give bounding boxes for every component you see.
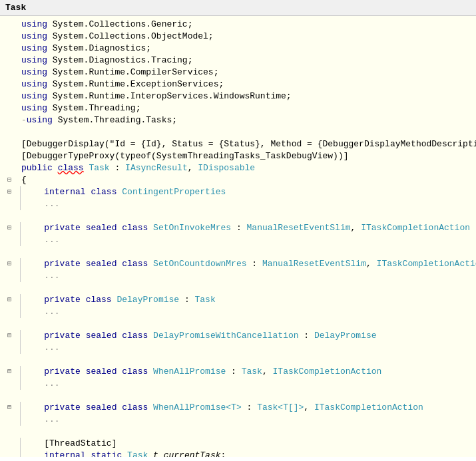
line-gutter: ⊞ bbox=[0, 402, 19, 414]
token: private bbox=[44, 259, 81, 269]
line-content: [ThreadStatic] bbox=[20, 438, 476, 450]
line-gutter: ⊞ bbox=[0, 330, 19, 342]
token: { bbox=[21, 175, 27, 185]
line-gutter: ⊟ bbox=[0, 174, 19, 186]
code-line bbox=[0, 390, 476, 402]
token: ... bbox=[44, 271, 59, 281]
token: ... bbox=[44, 379, 59, 388]
token bbox=[81, 223, 86, 233]
line-content: using System.Diagnostics.Tracing; bbox=[19, 55, 476, 67]
token: System.Runtime.ExceptionServices; bbox=[47, 79, 224, 89]
expand-button[interactable]: ⊞ bbox=[5, 330, 14, 342]
line-gutter: ⊞ bbox=[0, 366, 19, 378]
code-line bbox=[0, 426, 476, 438]
line-gutter: ⊞ bbox=[0, 294, 19, 306]
token: private bbox=[44, 295, 81, 305]
token bbox=[148, 402, 153, 412]
code-line: ⊞ private class DelayPromise : Task bbox=[0, 294, 476, 306]
expand-button[interactable]: ⊞ bbox=[5, 222, 14, 234]
code-line: ... bbox=[0, 306, 476, 318]
code-line: ⊟{ bbox=[0, 174, 476, 186]
token: ... bbox=[44, 199, 59, 209]
line-content: ... bbox=[20, 198, 476, 210]
code-line: internal static Task t_currentTask; bbox=[0, 450, 476, 457]
token bbox=[81, 402, 86, 412]
line-content: ... bbox=[20, 306, 476, 318]
code-line: ⊞ private sealed class SetOnInvokeMres :… bbox=[0, 222, 476, 234]
token: sealed bbox=[86, 402, 117, 412]
code-line: ... bbox=[0, 414, 476, 426]
token: internal bbox=[44, 450, 85, 457]
code-line: ... bbox=[0, 342, 476, 354]
line-content: internal class ContingentProperties bbox=[20, 186, 476, 198]
code-line: ⊞ private sealed class WhenAllPromise : … bbox=[0, 366, 476, 378]
token: class bbox=[58, 163, 84, 173]
token: private bbox=[44, 223, 81, 233]
token: private bbox=[44, 402, 81, 412]
line-content: using System.Diagnostics; bbox=[19, 43, 476, 55]
line-content: private class DelayPromise : Task bbox=[20, 294, 476, 306]
token: ; bbox=[221, 450, 226, 457]
token: class bbox=[122, 402, 148, 412]
line-content: [DebuggerDisplay("Id = {Id}, Status = {S… bbox=[19, 138, 476, 150]
collapse-button[interactable]: ⊟ bbox=[5, 174, 14, 186]
token: : bbox=[247, 259, 262, 269]
code-line: ⊞ private sealed class SetOnCountdownMre… bbox=[0, 258, 476, 270]
token: System.Collections.ObjectModel; bbox=[47, 31, 214, 41]
line-content: private sealed class DelayPromiseWithCan… bbox=[20, 330, 476, 342]
expand-button[interactable]: ⊞ bbox=[5, 294, 14, 306]
token: Task bbox=[127, 450, 148, 457]
token: , bbox=[366, 259, 377, 269]
code-line: ... bbox=[0, 234, 476, 246]
expand-button[interactable]: ⊞ bbox=[5, 258, 14, 270]
token: [DebuggerDisplay("Id = {Id}, Status = {S… bbox=[21, 139, 476, 149]
expand-button[interactable]: ⊞ bbox=[5, 366, 14, 378]
token: class bbox=[91, 187, 117, 197]
token: SetOnInvokeMres bbox=[153, 223, 231, 233]
tab-label[interactable]: Task bbox=[5, 3, 26, 13]
token: private bbox=[44, 331, 81, 341]
token: IDisposable bbox=[198, 163, 255, 173]
token: using bbox=[21, 43, 47, 53]
token bbox=[148, 367, 153, 377]
line-content: internal static Task t_currentTask; bbox=[20, 450, 476, 457]
token bbox=[81, 367, 86, 377]
token bbox=[148, 223, 153, 233]
token: : bbox=[231, 223, 246, 233]
token: ... bbox=[44, 235, 59, 245]
token: private bbox=[44, 367, 81, 377]
line-content: using System.Runtime.CompilerServices; bbox=[19, 67, 476, 78]
token: internal bbox=[44, 187, 85, 197]
code-line: using System.Runtime.CompilerServices; bbox=[0, 67, 476, 78]
token: ManualResetEventSlim bbox=[247, 223, 351, 233]
token: ITaskCompletionAction bbox=[273, 367, 382, 377]
token: , bbox=[304, 402, 314, 412]
token: System.Diagnostics; bbox=[47, 43, 151, 53]
token bbox=[122, 450, 127, 457]
token: WhenAllPromise<T> bbox=[153, 402, 242, 412]
code-line: ... bbox=[0, 270, 476, 282]
token: sealed bbox=[86, 259, 117, 269]
token: ... bbox=[44, 414, 59, 424]
token: : bbox=[179, 295, 194, 305]
token: System.Runtime.InteropServices.WindowsRu… bbox=[47, 91, 292, 101]
code-line: using System.Runtime.ExceptionServices; bbox=[0, 78, 476, 90]
token: : bbox=[299, 331, 314, 341]
token bbox=[148, 259, 153, 269]
line-content: using System.Threading; bbox=[19, 102, 476, 114]
token: SetOnCountdownMres bbox=[153, 259, 246, 269]
line-content: ... bbox=[20, 414, 476, 426]
token: ITaskCompletionAction bbox=[361, 223, 470, 233]
token: using bbox=[21, 19, 47, 29]
token: sealed bbox=[86, 367, 117, 377]
expand-button[interactable]: ⊞ bbox=[5, 186, 14, 198]
token: - bbox=[21, 115, 27, 125]
token: using bbox=[21, 31, 47, 41]
token: , bbox=[351, 223, 361, 233]
token: : bbox=[226, 367, 241, 377]
line-content: private sealed class SetOnCountdownMres … bbox=[20, 258, 476, 270]
token: DelayPromise bbox=[117, 295, 179, 305]
line-content: using System.Runtime.ExceptionServices; bbox=[19, 78, 476, 90]
token: ... bbox=[44, 307, 59, 317]
expand-button[interactable]: ⊞ bbox=[5, 402, 14, 414]
